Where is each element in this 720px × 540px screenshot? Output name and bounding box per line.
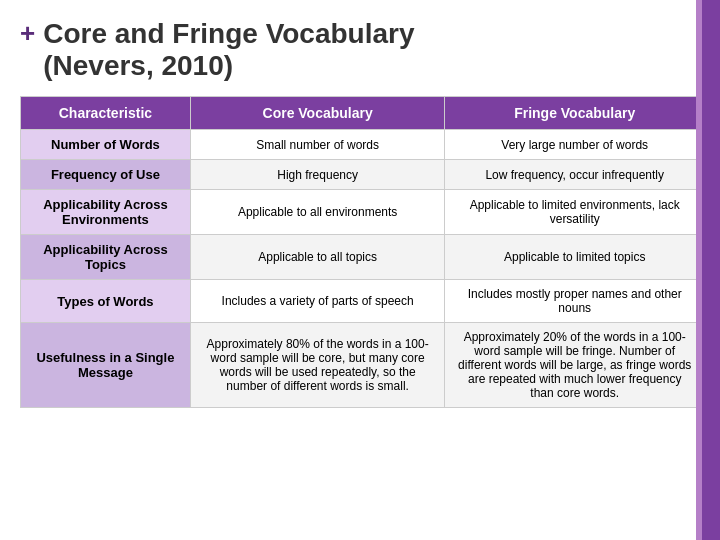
- header-characteristic: Characteristic: [21, 97, 191, 130]
- cell-core: Includes a variety of parts of speech: [190, 280, 445, 323]
- table-row: Applicability Across TopicsApplicable to…: [21, 235, 705, 280]
- table-header-row: Characteristic Core Vocabulary Fringe Vo…: [21, 97, 705, 130]
- cell-core: Applicable to all environments: [190, 190, 445, 235]
- vocab-table: Characteristic Core Vocabulary Fringe Vo…: [20, 96, 705, 408]
- cell-core: Small number of words: [190, 130, 445, 160]
- plus-icon: +: [20, 20, 35, 46]
- cell-characteristic: Applicability Across Topics: [21, 235, 191, 280]
- cell-characteristic: Number of Words: [21, 130, 191, 160]
- cell-core: High frequency: [190, 160, 445, 190]
- cell-characteristic: Types of Words: [21, 280, 191, 323]
- header-fringe: Fringe Vocabulary: [445, 97, 705, 130]
- table-row: Usefulness in a Single MessageApproximat…: [21, 323, 705, 408]
- cell-fringe: Very large number of words: [445, 130, 705, 160]
- cell-characteristic: Applicability Across Environments: [21, 190, 191, 235]
- header: + Core and Fringe Vocabulary (Nevers, 20…: [20, 18, 700, 82]
- table-row: Applicability Across EnvironmentsApplica…: [21, 190, 705, 235]
- page: + Core and Fringe Vocabulary (Nevers, 20…: [0, 0, 720, 540]
- table-row: Types of WordsIncludes a variety of part…: [21, 280, 705, 323]
- table-row: Frequency of UseHigh frequencyLow freque…: [21, 160, 705, 190]
- cell-characteristic: Frequency of Use: [21, 160, 191, 190]
- table-row: Number of WordsSmall number of wordsVery…: [21, 130, 705, 160]
- cell-core: Approximately 80% of the words in a 100-…: [190, 323, 445, 408]
- accent-bar: [702, 0, 720, 540]
- cell-fringe: Low frequency, occur infrequently: [445, 160, 705, 190]
- page-title: Core and Fringe Vocabulary (Nevers, 2010…: [43, 18, 414, 82]
- cell-characteristic: Usefulness in a Single Message: [21, 323, 191, 408]
- accent-bar-inner: [696, 0, 702, 540]
- cell-core: Applicable to all topics: [190, 235, 445, 280]
- header-core: Core Vocabulary: [190, 97, 445, 130]
- cell-fringe: Approximately 20% of the words in a 100-…: [445, 323, 705, 408]
- cell-fringe: Applicable to limited environments, lack…: [445, 190, 705, 235]
- cell-fringe: Applicable to limited topics: [445, 235, 705, 280]
- cell-fringe: Includes mostly proper names and other n…: [445, 280, 705, 323]
